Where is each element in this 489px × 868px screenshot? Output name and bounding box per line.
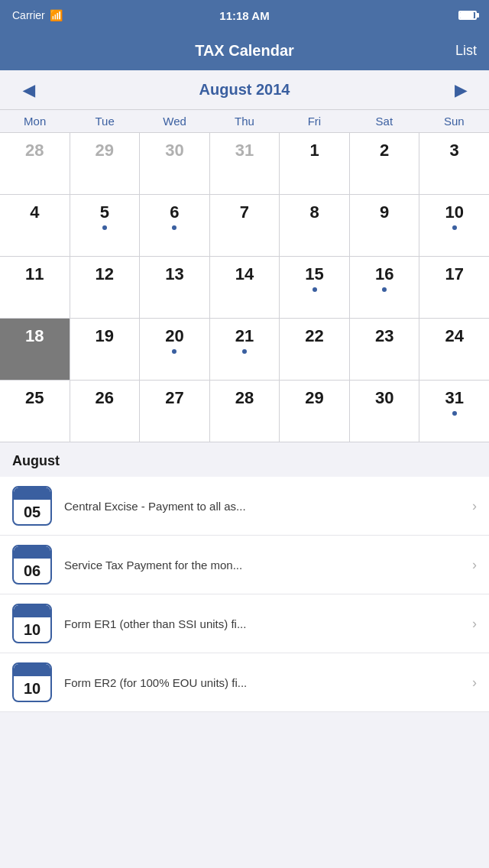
calendar-cell[interactable]: 6 <box>140 195 209 256</box>
calendar-cell[interactable]: 25 <box>0 381 70 442</box>
event-item[interactable]: 06Service Tax Payment for the mon...› <box>0 536 489 594</box>
day-number: 9 <box>380 202 389 222</box>
calendar-container: ◀ August 2014 ▶ MonTueWedThuFriSatSun 28… <box>0 70 489 442</box>
next-month-button[interactable]: ▶ <box>447 78 474 102</box>
nav-bar: TAX Calendar List <box>0 31 489 70</box>
day-number: 26 <box>96 388 114 408</box>
calendar-cell[interactable]: 16 <box>350 257 419 318</box>
day-number: 21 <box>235 326 254 346</box>
status-bar-left: Carrier 📶 <box>12 9 63 21</box>
carrier-label: Carrier <box>12 9 45 21</box>
calendar-cell[interactable]: 28 <box>210 381 280 442</box>
calendar-cell[interactable]: 30 <box>140 133 209 194</box>
day-number: 2 <box>380 141 389 160</box>
event-dot <box>313 287 317 292</box>
calendar-cell[interactable]: 10 <box>419 195 489 256</box>
day-number: 14 <box>235 264 254 284</box>
day-number: 7 <box>240 202 249 222</box>
calendar-cell[interactable]: 17 <box>419 257 489 318</box>
event-dot <box>172 349 176 354</box>
calendar-cell[interactable]: 4 <box>0 195 70 256</box>
calendar-cell[interactable]: 18 <box>0 319 70 380</box>
day-number: 31 <box>445 388 463 408</box>
day-header-sun: Sun <box>419 110 489 132</box>
event-date-badge: 10 <box>12 604 52 643</box>
calendar-cell[interactable]: 13 <box>140 257 209 318</box>
day-number: 22 <box>305 326 323 346</box>
badge-top-bar <box>14 487 50 500</box>
calendar-cell[interactable]: 30 <box>350 381 419 442</box>
calendar-cell[interactable]: 15 <box>280 257 349 318</box>
calendar-cell[interactable]: 7 <box>210 195 280 256</box>
calendar-cell[interactable]: 21 <box>210 319 280 380</box>
calendar-cell[interactable]: 20 <box>140 319 209 380</box>
calendar-cell[interactable]: 11 <box>0 257 70 318</box>
day-number: 16 <box>375 264 393 284</box>
calendar-cell[interactable]: 8 <box>280 195 349 256</box>
chevron-right-icon: › <box>472 675 477 691</box>
day-number: 17 <box>445 264 463 284</box>
day-header-thu: Thu <box>209 110 279 132</box>
day-number: 13 <box>165 264 183 284</box>
calendar-cell[interactable]: 9 <box>350 195 419 256</box>
calendar-cell[interactable]: 23 <box>350 319 419 380</box>
calendar-cell[interactable]: 27 <box>140 381 209 442</box>
day-header-sat: Sat <box>349 110 419 132</box>
calendar-cell[interactable]: 5 <box>70 195 140 256</box>
day-header-wed: Wed <box>140 110 209 132</box>
event-dot <box>452 411 457 416</box>
event-title: Central Excise - Payment to all as... <box>64 500 472 513</box>
calendar-cell[interactable]: 28 <box>0 133 70 194</box>
event-date-badge: 05 <box>12 486 52 526</box>
calendar-cell[interactable]: 31 <box>210 133 280 194</box>
day-number: 6 <box>170 202 179 222</box>
day-number: 15 <box>305 264 323 284</box>
calendar-cell[interactable]: 22 <box>280 319 349 380</box>
list-button[interactable]: List <box>455 43 477 59</box>
event-item[interactable]: 05Central Excise - Payment to all as...› <box>0 477 489 536</box>
badge-day-number: 05 <box>24 504 40 521</box>
calendar-cell[interactable]: 19 <box>70 319 140 380</box>
calendar-cell[interactable]: 26 <box>70 381 140 442</box>
day-headers: MonTueWedThuFriSatSun <box>0 109 489 133</box>
calendar-cell[interactable]: 29 <box>70 133 140 194</box>
prev-month-button[interactable]: ◀ <box>15 78 42 102</box>
events-month-label: August <box>0 453 489 477</box>
calendar-cell[interactable]: 1 <box>280 133 349 194</box>
calendar-grid: 2829303112345678910111213141516171819202… <box>0 133 489 442</box>
event-dot <box>382 287 387 292</box>
day-number: 5 <box>100 202 109 222</box>
event-date-badge: 10 <box>12 662 52 702</box>
battery-icon <box>458 11 477 20</box>
badge-top-bar <box>14 546 50 559</box>
calendar-cell[interactable]: 31 <box>419 381 489 442</box>
wifi-icon: 📶 <box>50 9 63 21</box>
event-date-badge: 06 <box>12 545 52 585</box>
event-title: Form ER2 (for 100% EOU units) fi... <box>64 676 472 689</box>
calendar-cell[interactable]: 12 <box>70 257 140 318</box>
day-number: 8 <box>309 202 319 222</box>
day-number: 12 <box>96 264 114 284</box>
day-number: 28 <box>235 388 254 408</box>
event-item[interactable]: 10Form ER2 (for 100% EOU units) fi...› <box>0 653 489 712</box>
calendar-cell[interactable]: 29 <box>280 381 349 442</box>
badge-day-number: 10 <box>24 621 40 639</box>
day-number: 31 <box>235 141 254 160</box>
calendar-cell[interactable]: 2 <box>350 133 419 194</box>
calendar-cell[interactable]: 3 <box>419 133 489 194</box>
status-bar-right <box>458 11 477 20</box>
day-number: 25 <box>25 388 44 408</box>
badge-day-number: 06 <box>24 562 40 580</box>
event-title: Form ER1 (other than SSI units) fi... <box>64 617 472 630</box>
calendar-cell[interactable]: 14 <box>210 257 280 318</box>
day-number: 24 <box>445 326 463 346</box>
nav-title: TAX Calendar <box>195 42 294 60</box>
event-dot <box>242 349 247 354</box>
event-item[interactable]: 10Form ER1 (other than SSI units) fi...› <box>0 594 489 653</box>
day-number: 29 <box>96 141 114 160</box>
events-section: August 05Central Excise - Payment to all… <box>0 442 489 712</box>
day-header-mon: Mon <box>0 110 70 132</box>
day-number: 30 <box>375 388 393 408</box>
day-header-fri: Fri <box>280 110 349 132</box>
calendar-cell[interactable]: 24 <box>419 319 489 380</box>
